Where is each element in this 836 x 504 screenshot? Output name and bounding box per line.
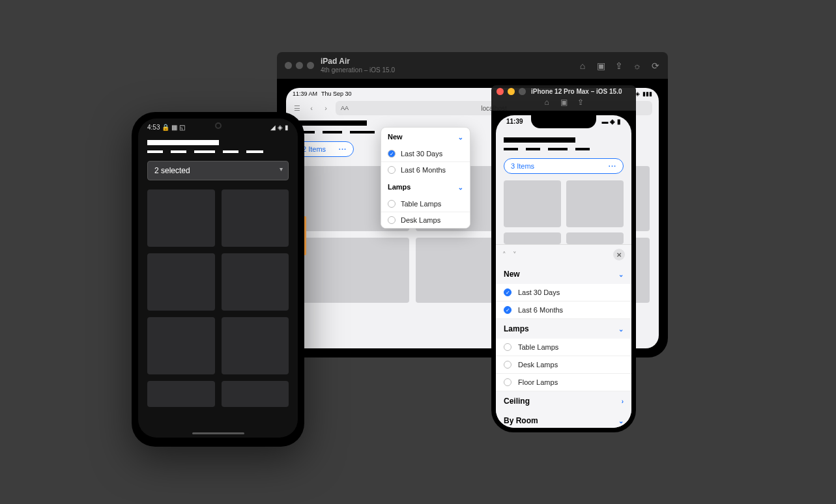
page-title-redacted — [504, 137, 575, 143]
radio-checked-icon: ✓ — [388, 150, 396, 158]
filter-bottom-sheet: ˄ ˅ ✕ New ⌄ ✓ Last 30 Days ✓ Last 6 Mont… — [496, 244, 631, 428]
tab-redacted[interactable] — [171, 150, 186, 153]
wifi-icon: ◈ — [278, 124, 283, 131]
product-card[interactable] — [566, 232, 624, 244]
filter-select[interactable]: 2 selected — [147, 161, 289, 180]
traffic-close[interactable] — [285, 62, 292, 69]
product-card[interactable] — [147, 253, 215, 311]
tab-redacted[interactable] — [147, 150, 163, 153]
product-card[interactable] — [504, 232, 561, 244]
tab-redacted[interactable] — [548, 148, 568, 150]
page-title-redacted — [147, 140, 219, 145]
option-label: Floor Lamps — [518, 378, 558, 386]
traffic-close[interactable] — [497, 88, 504, 95]
product-card[interactable] — [566, 180, 624, 227]
chevron-down-icon: ⌄ — [618, 417, 624, 425]
app-icon: ◱ — [179, 124, 185, 131]
radio-unchecked-icon — [388, 200, 396, 208]
product-card[interactable] — [222, 189, 289, 247]
option-label: Table Lamps — [401, 200, 441, 208]
sheet-section-lamps[interactable]: Lamps ⌄ — [496, 319, 631, 339]
sheet-section-by-room[interactable]: By Room ⌄ — [496, 411, 631, 428]
section-title: Lamps — [388, 183, 411, 191]
window-traffic-lights — [285, 62, 314, 69]
close-sheet-button[interactable]: ✕ — [613, 249, 625, 260]
popover-section-new[interactable]: New ⌃ — [381, 128, 470, 146]
lock-icon: 🔒 — [162, 124, 169, 131]
reader-aa[interactable]: AA — [341, 105, 349, 111]
filter-option-table-lamps[interactable]: Table Lamps — [496, 339, 631, 356]
radio-unchecked-icon — [388, 166, 396, 174]
iphone-statusbar: 11:39 ▬ ◈ ▮ — [496, 118, 631, 125]
sheet-section-new[interactable]: New ⌄ — [496, 264, 631, 284]
chevron-up-icon: ⌃ — [458, 184, 463, 191]
window-traffic-lights — [497, 88, 526, 95]
option-label: Table Lamps — [518, 343, 558, 351]
appearance-icon[interactable]: ☼ — [633, 61, 642, 71]
filter-pill-label: 2 Items — [302, 145, 326, 153]
product-card[interactable] — [222, 317, 289, 374]
product-card[interactable] — [147, 189, 215, 247]
tab-redacted[interactable] — [194, 150, 215, 153]
product-card[interactable] — [295, 238, 409, 303]
expand-down-icon[interactable]: ˅ — [513, 251, 517, 259]
share-icon[interactable]: ⇪ — [614, 61, 624, 71]
device-sub: 4th generation – iOS 15.0 — [321, 66, 571, 74]
filter-option-table-lamps[interactable]: Table Lamps — [381, 196, 470, 212]
device-name: iPhone 12 Pro Max – iOS 15.0 — [531, 88, 622, 95]
tab-redacted[interactable] — [526, 148, 540, 150]
radio-unchecked-icon — [504, 361, 512, 369]
android-screen: 4:53 🔒 ▦ ◱ ◢ ◈ ▮ — [138, 119, 298, 438]
tab-redacted[interactable] — [246, 150, 263, 153]
rotate-icon[interactable]: ⟳ — [651, 61, 660, 71]
status-time: 4:53 — [147, 124, 160, 131]
product-card[interactable] — [147, 381, 215, 407]
filter-popover: New ⌃ ✓ Last 30 Days Last 6 Months Lamps… — [381, 127, 470, 229]
power-button[interactable] — [304, 216, 306, 255]
option-label: Desk Lamps — [401, 216, 440, 224]
radio-checked-icon: ✓ — [504, 288, 512, 296]
filter-pill[interactable]: 3 Items ··· — [504, 158, 624, 174]
traffic-zoom[interactable] — [519, 88, 526, 95]
traffic-minimize[interactable] — [508, 88, 515, 95]
traffic-zoom[interactable] — [307, 62, 314, 69]
product-card[interactable] — [222, 253, 289, 311]
share-icon[interactable]: ⇪ — [576, 98, 585, 107]
radio-checked-icon: ✓ — [504, 306, 512, 314]
ipad-chrome-icons: ⌂ ▣ ⇪ ☼ ⟳ — [578, 61, 660, 71]
screenshot-icon[interactable]: ▣ — [596, 61, 605, 71]
tab-redacted[interactable] — [575, 148, 590, 150]
back-icon[interactable]: ‹ — [307, 104, 316, 112]
popover-section-lamps[interactable]: Lamps ⌃ — [381, 178, 470, 196]
filter-option-last-6-months[interactable]: ✓ Last 6 Months — [496, 301, 631, 319]
filter-option-last-6-months[interactable]: Last 6 Months — [381, 162, 470, 178]
forward-icon[interactable]: › — [321, 104, 330, 112]
select-label: 2 selected — [154, 166, 190, 175]
product-card[interactable] — [147, 317, 215, 374]
android-device: 4:53 🔒 ▦ ◱ ◢ ◈ ▮ — [132, 112, 304, 447]
home-icon[interactable]: ⌂ — [578, 61, 587, 71]
sheet-section-ceiling[interactable]: Ceiling › — [496, 391, 631, 411]
filter-option-desk-lamps[interactable]: Desk Lamps — [496, 356, 631, 374]
filter-option-last-30-days[interactable]: ✓ Last 30 Days — [381, 146, 470, 161]
home-icon[interactable]: ⌂ — [542, 98, 551, 107]
ipad-window-title: iPad Air 4th generation – iOS 15.0 — [321, 57, 571, 74]
tab-redacted[interactable] — [223, 150, 238, 153]
filter-option-floor-lamps[interactable]: Floor Lamps — [496, 374, 631, 391]
tab-redacted[interactable] — [504, 148, 518, 150]
home-indicator[interactable] — [192, 432, 244, 434]
filter-option-desk-lamps[interactable]: Desk Lamps — [381, 212, 470, 228]
product-card[interactable] — [222, 381, 289, 407]
traffic-minimize[interactable] — [296, 62, 303, 69]
page-tabs-redacted — [147, 150, 289, 153]
radio-unchecked-icon — [504, 343, 512, 351]
screenshot-icon[interactable]: ▣ — [559, 98, 568, 107]
tab-redacted[interactable] — [350, 131, 375, 133]
tab-redacted[interactable] — [323, 131, 342, 133]
chevron-right-icon: › — [622, 398, 624, 405]
filter-option-last-30-days[interactable]: ✓ Last 30 Days — [496, 284, 631, 301]
calendar-icon: ▦ — [171, 124, 177, 131]
sidebar-icon[interactable]: ☰ — [293, 104, 302, 113]
collapse-up-icon[interactable]: ˄ — [502, 251, 506, 259]
product-card[interactable] — [504, 180, 561, 227]
